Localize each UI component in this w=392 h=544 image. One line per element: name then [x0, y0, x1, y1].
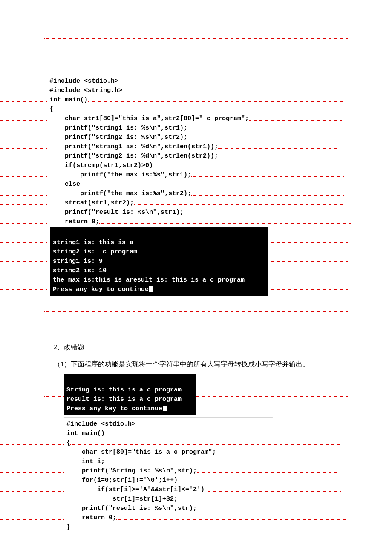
document-page: #include <stdio.h> #include <string.h> i…: [0, 0, 392, 544]
console-line: Press any key to continue: [66, 405, 167, 412]
console-line: string2 is: 10: [53, 267, 107, 274]
console-line: String is: this is a c program: [66, 386, 182, 394]
code-block-2: #include <stdio.h> int main() { char str…: [0, 418, 392, 531]
console-line: result is: this is a c program: [66, 396, 182, 403]
console-line: string2 is: c program: [53, 248, 137, 256]
console-output-1: string1 is: this is a string2 is: c prog…: [50, 227, 268, 296]
section-2-heading-row: 2、改错题: [0, 342, 392, 355]
code-block-1: #include <stdio.h> #include <string.h> i…: [0, 75, 392, 235]
console-line: Press any key to continue: [53, 286, 153, 293]
section-2-heading: 2、改错题: [54, 343, 86, 352]
console-line: string1 is: 9: [53, 258, 103, 265]
console-line: string1 is: this is a: [53, 239, 133, 246]
console-output-2: String is: this is a c program result is…: [64, 374, 196, 415]
console-line: the max is:this is aresult is: this is a…: [53, 276, 245, 284]
question-1-text: （1）下面程序的功能是实现将一个字符串中的所有大写字母转换成小写字母并输出。: [54, 360, 348, 370]
